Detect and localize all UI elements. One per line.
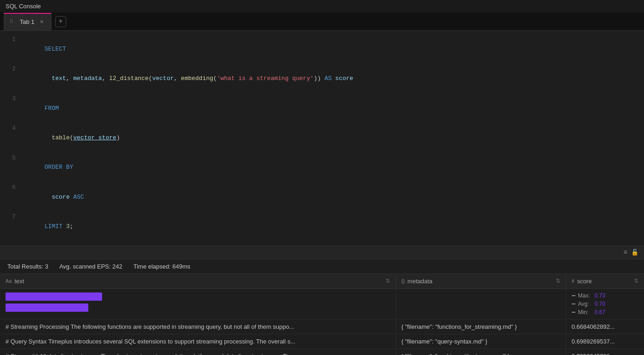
line-number: 5 xyxy=(0,154,23,163)
tab-close-button[interactable]: × xyxy=(38,18,46,26)
code-line-6: 6 score ASC xyxy=(0,183,644,212)
score-viz-cell: Max: 0.73 Avg: 0.70 Min: 0.67 xyxy=(566,288,644,319)
score-cell: 0.6684062892... xyxy=(566,319,644,334)
metadata-value: { "filename": "working-with-streams.md" … xyxy=(402,353,510,355)
results-bar: Total Results: 3 Avg. scanned EPS: 242 T… xyxy=(0,259,644,274)
text-cell: # Stream ## All data live in streams Tim… xyxy=(0,349,396,355)
keyword: LIMIT xyxy=(45,223,63,230)
avg-value: 0.70 xyxy=(595,301,605,307)
table-row: # Streaming Processing The following fun… xyxy=(0,319,644,334)
metadata-cell: { "filename": "query-syntax.md" } xyxy=(396,334,566,349)
sort-icon[interactable]: ⇅ xyxy=(556,278,560,284)
score-statistics: Max: 0.73 Avg: 0.70 Min: 0.67 xyxy=(572,292,639,315)
column-header-text[interactable]: Aa text ⇅ xyxy=(0,274,396,289)
results-table: Aa text ⇅ {} metadata ⇅ xyxy=(0,274,644,355)
code-editor[interactable]: 1 SELECT 2 text, metadata, l2_distance(v… xyxy=(0,31,644,246)
min-label: Min: xyxy=(578,309,592,315)
score-value: 0.6684062892... xyxy=(572,323,615,330)
line-number: 1 xyxy=(0,35,23,45)
bar-visualization xyxy=(6,292,390,312)
code-line-4: 4 table(vector_store) xyxy=(0,123,644,153)
score-avg-row: Avg: 0.70 xyxy=(572,301,639,307)
line-number: 6 xyxy=(0,183,23,193)
max-value: 0.73 xyxy=(595,292,605,299)
score-indicator xyxy=(572,312,575,313)
keyword: AS xyxy=(324,75,332,82)
code-text: FROM xyxy=(23,94,644,123)
score-indicator xyxy=(572,303,575,304)
column-name: score xyxy=(52,194,69,200)
min-value: 0.67 xyxy=(595,309,605,315)
sort-icon[interactable]: ⇅ xyxy=(385,278,390,284)
text-value: # Streaming Processing The following fun… xyxy=(6,323,383,330)
metadata-cell: { "filename": "working-with-streams.md" … xyxy=(396,349,566,355)
bar-1 xyxy=(6,292,102,301)
drag-handle-icon: ⠿ xyxy=(10,19,13,25)
table-row: # Stream ## All data live in streams Tim… xyxy=(0,349,644,355)
title-bar: SQL Console xyxy=(0,0,644,12)
code-text: ORDER BY xyxy=(23,154,644,182)
code-text: SELECT xyxy=(23,35,644,63)
score-value: 0.7252045796... xyxy=(572,353,615,355)
score-value: 0.6989269537... xyxy=(572,338,615,345)
tab-1[interactable]: ⠿ Tab 1 × xyxy=(4,13,52,30)
column-name: vector xyxy=(152,75,174,82)
code-line-2: 2 text, metadata, l2_distance(vector, em… xyxy=(0,64,644,93)
code-line-3: 3 FROM xyxy=(0,94,644,123)
score-type-icon: # xyxy=(572,278,575,284)
max-label: Max: xyxy=(578,292,592,299)
table-header-row: Aa text ⇅ {} metadata ⇅ xyxy=(0,274,644,289)
score-cell: 0.7252045796... xyxy=(566,349,644,355)
text-cell: # Streaming Processing The following fun… xyxy=(0,319,396,334)
total-results: Total Results: 3 xyxy=(7,263,48,270)
text-value: # Stream ## All data live in streams Tim… xyxy=(6,353,383,355)
function-name: table xyxy=(52,134,69,141)
metadata-type-icon: {} xyxy=(402,278,405,284)
table-row: # Query Syntax Timeplus introduces sever… xyxy=(0,334,644,349)
code-line-7: 7 LIMIT 3; xyxy=(0,212,644,241)
metadata-value: { "filename": "functions_for_streaming.m… xyxy=(402,323,517,330)
keyword: ASC xyxy=(73,194,84,200)
app-title: SQL Console xyxy=(6,3,41,10)
avg-label: Avg: xyxy=(578,301,592,307)
code-text: LIMIT 3; xyxy=(23,212,644,241)
function-name: l2_distance xyxy=(109,75,149,82)
column-header-metadata[interactable]: {} metadata ⇅ xyxy=(396,274,566,289)
column-header-score[interactable]: # score ⇅ xyxy=(566,274,644,289)
plain-text xyxy=(45,75,52,82)
column-name: score xyxy=(335,75,353,82)
code-text: table(vector_store) xyxy=(23,124,644,152)
column-header-label: metadata xyxy=(408,278,432,285)
line-number: 4 xyxy=(0,124,23,133)
keyword: FROM xyxy=(45,105,59,112)
table-row-viz: Max: 0.73 Avg: 0.70 Min: 0.67 xyxy=(0,288,644,319)
column-header-label: score xyxy=(577,278,592,285)
score-max-row: Max: 0.73 xyxy=(572,292,639,299)
column-name: text xyxy=(52,75,66,82)
column-header-label: text xyxy=(14,278,24,285)
column-name: metadata xyxy=(73,75,102,82)
line-number: 7 xyxy=(0,212,23,222)
code-line-5: 5 ORDER BY xyxy=(0,153,644,183)
text-type-icon: Aa xyxy=(6,278,12,284)
function-name: embedding xyxy=(181,75,213,82)
line-number: 2 xyxy=(0,64,23,74)
text-cell: # Query Syntax Timeplus introduces sever… xyxy=(0,334,396,349)
code-text: score ASC xyxy=(23,183,644,212)
equals-icon[interactable]: ≡ xyxy=(624,249,627,256)
code-text: text, metadata, l2_distance(vector, embe… xyxy=(23,64,644,93)
score-min-row: Min: 0.67 xyxy=(572,309,639,315)
add-tab-button[interactable]: + xyxy=(55,16,66,27)
keyword: ORDER BY xyxy=(45,164,73,171)
metadata-value: { "filename": "query-syntax.md" } xyxy=(402,338,488,345)
editor-toolbar: ≡ 🔓 xyxy=(0,246,644,259)
score-cell: 0.6989269537... xyxy=(566,334,644,349)
time-elapsed: Time elapsed: 649ms xyxy=(133,263,190,270)
tab-label: Tab 1 xyxy=(20,18,34,25)
metadata-cell: { "filename": "functions_for_streaming.m… xyxy=(396,319,566,334)
bar-2 xyxy=(6,303,88,312)
tab-bar: ⠿ Tab 1 × + xyxy=(0,12,644,31)
string-literal: 'what is a streaming query' xyxy=(217,75,314,82)
unlock-icon[interactable]: 🔓 xyxy=(631,249,638,256)
sort-icon[interactable]: ⇅ xyxy=(634,278,638,284)
